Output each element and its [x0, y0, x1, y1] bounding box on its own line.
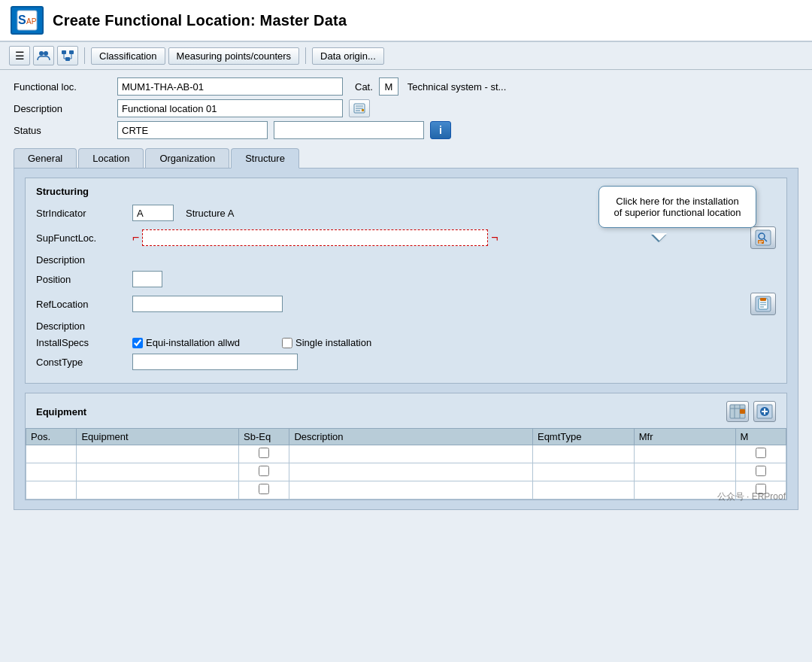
toolbar: ☰ Classification Measuring points/counte… — [0, 42, 812, 70]
toolbar-icon-users[interactable] — [33, 46, 54, 65]
cat-label: Cat. — [355, 81, 373, 93]
eq-sb-checkbox-3[interactable] — [259, 484, 269, 494]
position-label: Position — [36, 274, 126, 285]
col-pos: Pos. — [26, 429, 77, 445]
eq-sb-checkbox[interactable] — [259, 448, 269, 458]
tooltip-bubble: Click here for the installation of super… — [598, 186, 756, 228]
table-row — [26, 463, 786, 481]
ref-description-row: Description — [36, 320, 776, 332]
equipment-add-button[interactable] — [753, 401, 776, 422]
page-title: Create Functional Location: Master Data — [53, 12, 347, 29]
table-row — [26, 445, 786, 463]
col-eqmt-type: EqmtType — [532, 429, 634, 445]
ref-location-icon-button[interactable] — [750, 293, 776, 315]
functional-loc-label: Functional loc. — [14, 81, 111, 93]
tab-location[interactable]: Location — [78, 148, 144, 169]
header-form: Functional loc. Cat. Technical system - … — [0, 70, 812, 147]
position-row: Position — [36, 271, 776, 287]
position-input[interactable] — [132, 271, 162, 287]
sup-funct-loc-label: SupFunctLoc. — [36, 232, 126, 244]
tab-organization[interactable]: Organization — [145, 148, 229, 169]
cat-input[interactable] — [379, 77, 398, 96]
status-input[interactable] — [117, 121, 268, 139]
single-install-label: Single installation — [295, 337, 371, 348]
toolbar-separator-2 — [305, 47, 306, 64]
svg-point-3 — [39, 51, 44, 56]
ref-location-input[interactable] — [132, 296, 283, 312]
tab-structure[interactable]: Structure — [231, 148, 299, 169]
eq-m-checkbox-2[interactable] — [756, 466, 766, 476]
status-input-2[interactable] — [274, 121, 424, 139]
table-row — [26, 481, 786, 500]
description-label: Description — [14, 103, 111, 114]
edit-description-button[interactable] — [349, 99, 370, 117]
title-bar: S AP Create Functional Location: Master … — [0, 0, 812, 42]
sup-funct-loc-search-button[interactable] — [750, 226, 776, 249]
const-type-label: ConstType — [36, 357, 126, 368]
single-install-item: Single installation — [282, 337, 371, 348]
tooltip-text: Click here for the installation of super… — [614, 196, 741, 218]
str-indicator-text: Structure A — [186, 208, 234, 219]
svg-text:S: S — [18, 14, 26, 26]
install-specs-checkboxes: Equi-installation allwd Single installat… — [132, 337, 371, 348]
eq-sb-checkbox-2[interactable] — [259, 466, 269, 476]
main-panel: Structuring Click here for the installat… — [14, 168, 798, 510]
structuring-section: Structuring Click here for the installat… — [25, 178, 787, 384]
const-type-input[interactable] — [132, 354, 298, 370]
description-row: Description — [14, 99, 798, 117]
status-label: Status — [14, 125, 111, 136]
data-origin-button[interactable]: Data origin... — [312, 47, 384, 65]
equipment-config-button[interactable] — [726, 401, 749, 422]
equi-install-label: Equi-installation allwd — [146, 337, 240, 348]
install-specs-row: InstallSpecs Equi-installation allwd Sin… — [36, 337, 776, 348]
svg-rect-24 — [760, 298, 766, 301]
col-m: M — [735, 429, 786, 445]
tabs-container: General Location Organization Structure — [0, 148, 812, 169]
svg-rect-6 — [69, 50, 74, 54]
watermark: 公众号 · ERProof — [717, 490, 786, 503]
description-input[interactable] — [117, 99, 343, 117]
str-indicator-input[interactable] — [132, 205, 174, 221]
eq-m-checkbox[interactable] — [756, 448, 766, 458]
single-install-checkbox[interactable] — [282, 338, 292, 348]
col-equipment: Equipment — [77, 429, 239, 445]
struct-description-row: Description — [36, 254, 776, 266]
ref-location-label: RefLocation — [36, 299, 126, 310]
functional-loc-input[interactable] — [117, 77, 343, 96]
str-indicator-label: StrIndicator — [36, 208, 126, 219]
equi-install-item: Equi-installation allwd — [132, 337, 240, 348]
svg-rect-32 — [740, 409, 745, 414]
equi-install-checkbox[interactable] — [132, 338, 143, 348]
tech-system-text: Technical system - st... — [408, 81, 506, 93]
struct-description-label: Description — [36, 254, 126, 266]
ref-location-row: RefLocation — [36, 293, 776, 315]
const-type-row: ConstType — [36, 354, 776, 370]
svg-rect-5 — [62, 50, 66, 54]
col-mfr: Mfr — [634, 429, 735, 445]
equipment-table: Pos. Equipment Sb-Eq Description EqmtTyp… — [26, 428, 786, 500]
status-row: Status i — [14, 121, 798, 139]
measuring-points-button[interactable]: Measuring points/counters — [168, 47, 299, 65]
toolbar-icon-list[interactable]: ☰ — [9, 46, 30, 65]
col-description: Description — [289, 429, 533, 445]
app-logo: S AP — [11, 6, 44, 35]
status-info-button[interactable]: i — [430, 121, 451, 139]
toolbar-separator — [84, 47, 85, 64]
sup-funct-loc-input[interactable] — [142, 229, 488, 246]
toolbar-icon-structure[interactable] — [57, 46, 78, 65]
ref-description-label: Description — [36, 320, 126, 332]
col-sb-eq: Sb-Eq — [239, 429, 289, 445]
install-specs-label: InstallSpecs — [36, 337, 126, 348]
svg-text:AP: AP — [26, 17, 37, 26]
equipment-title: Equipment — [36, 406, 86, 418]
tab-general[interactable]: General — [14, 148, 77, 169]
equipment-section: Equipment — [25, 393, 787, 500]
functional-loc-row: Functional loc. Cat. Technical system - … — [14, 77, 798, 96]
svg-point-4 — [44, 51, 48, 56]
classification-button[interactable]: Classification — [91, 47, 165, 65]
